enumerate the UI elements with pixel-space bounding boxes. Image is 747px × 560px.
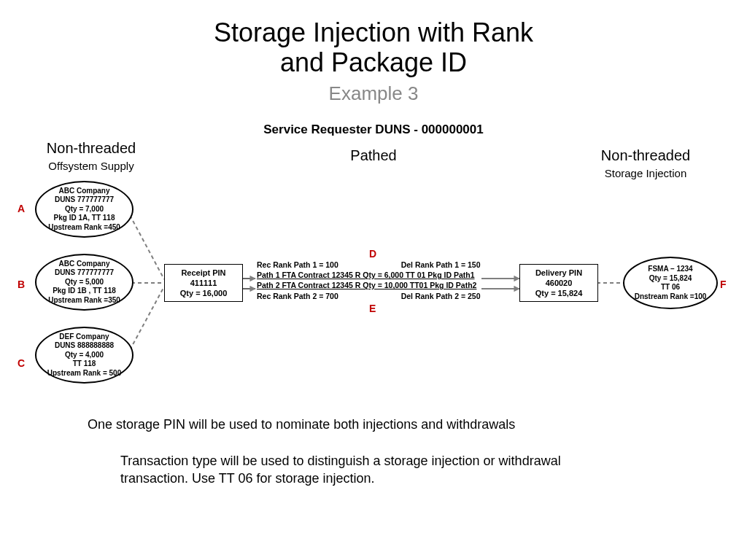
right-column-header: Non-threaded Storage Injection [584, 147, 708, 181]
service-requester-label: Service Requester DUNS - 000000001 [0, 122, 747, 137]
letter-b: B [18, 279, 25, 290]
node-abc-b: ABC Company DUNS 777777777 Qty = 5,000 P… [35, 254, 133, 311]
node-def-c: DEF Company DUNS 888888888 Qty = 4,000 T… [35, 327, 133, 384]
note-storage-pin: One storage PIN will be used to nominate… [88, 416, 657, 433]
page-subtitle: Example 3 [0, 82, 747, 105]
node-fsma: FSMA – 1234 Qty = 15,824 TT 06 Dnstream … [623, 257, 718, 309]
path-details: Rec Rank Path 1 = 100 Del Rank Path 1 = … [257, 260, 490, 301]
svg-line-2 [130, 287, 164, 350]
note-transaction-type: Transaction type will be used to disting… [120, 452, 616, 488]
node-abc-a: ABC Company DUNS 777777777 Qty = 7,000 P… [35, 181, 133, 238]
letter-d: D [369, 248, 376, 260]
svg-line-0 [130, 215, 164, 279]
left-column-header: Non-threaded Offsystem Supply [29, 140, 153, 174]
letter-f: F [720, 279, 727, 290]
node-delivery-pin: Delivery PIN 460020 Qty = 15,824 [519, 264, 598, 302]
letter-a: A [18, 203, 25, 214]
node-receipt-pin: Receipt PIN 411111 Qty = 16,000 [164, 264, 243, 302]
page-title: Storage Injection with Rank and Package … [0, 0, 747, 78]
letter-c: C [18, 357, 25, 369]
letter-e: E [369, 303, 376, 314]
